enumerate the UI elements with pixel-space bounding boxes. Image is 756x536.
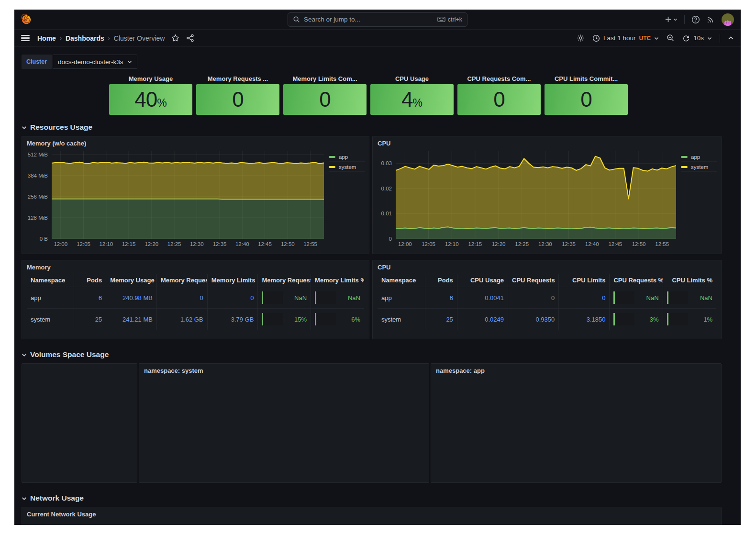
- collapse-toolbar-icon[interactable]: [728, 35, 734, 41]
- gauge-bar: [262, 313, 283, 325]
- gauge-value: NaN: [283, 294, 307, 302]
- help-icon[interactable]: [691, 15, 700, 24]
- legend-series-label: system: [691, 164, 708, 170]
- column-header[interactable]: Pods: [425, 274, 457, 287]
- grafana-logo[interactable]: [21, 14, 32, 25]
- menu-icon[interactable]: [21, 35, 30, 42]
- toolbar-right: Last 1 hour UTC 10s: [577, 34, 734, 43]
- section-title: Volumes Space Usage: [30, 350, 109, 359]
- value-cell: 3.79 GB: [207, 309, 258, 330]
- share-icon[interactable]: [186, 34, 194, 42]
- y-tick-label: 128 MiB: [28, 215, 48, 221]
- plot-area[interactable]: [52, 151, 324, 239]
- column-header[interactable]: Memory Requests %: [258, 274, 311, 287]
- shortcut-label: ctrl+k: [448, 16, 462, 23]
- panel-title[interactable]: Memory: [22, 260, 369, 273]
- search-icon: [293, 16, 300, 23]
- panel-title[interactable]: Memory (w/o cache): [22, 136, 369, 149]
- timezone-label: UTC: [639, 35, 651, 42]
- breadcrumb-home[interactable]: Home: [37, 34, 56, 42]
- stat-panels-row: Memory Usage 40% Memory Requests ... 0 M…: [109, 75, 722, 115]
- legend-item-system[interactable]: system: [681, 163, 717, 172]
- namespace-cell: app: [27, 287, 74, 309]
- breadcrumb-dashboards[interactable]: Dashboards: [66, 34, 104, 42]
- gauge-bar: [315, 291, 336, 304]
- x-tick-label: 12:30: [190, 241, 204, 247]
- column-header[interactable]: Memory Usage: [106, 274, 157, 287]
- stat-title[interactable]: Memory Usage: [109, 75, 192, 83]
- gauge-value: 6%: [336, 316, 360, 323]
- section-network-usage[interactable]: Network Usage: [22, 492, 722, 504]
- gauge-bar: [262, 291, 283, 304]
- stat-title[interactable]: CPU Requests Com...: [457, 75, 541, 83]
- panel-title[interactable]: CPU: [373, 260, 721, 273]
- stat-value: 4: [401, 88, 412, 112]
- x-tick-label: 12:10: [445, 241, 459, 247]
- refresh-interval-label: 10s: [693, 34, 704, 42]
- namespace-cell: system: [378, 309, 425, 330]
- y-tick-label: 0: [389, 236, 392, 242]
- chart-legend: appsystem: [324, 151, 365, 249]
- gauge-value: NaN: [634, 294, 658, 302]
- column-header[interactable]: Memory Limits %: [311, 274, 364, 287]
- stat-title[interactable]: Memory Limits Com...: [283, 75, 367, 83]
- chevron-down-icon: [654, 36, 659, 41]
- x-tick-label: 12:15: [122, 241, 136, 247]
- legend-item-system[interactable]: system: [329, 163, 365, 172]
- legend-series-swatch: [681, 156, 688, 158]
- column-header[interactable]: Memory Limits: [207, 274, 258, 287]
- x-tick-label: 12:15: [468, 241, 482, 247]
- column-header[interactable]: CPU Requests: [508, 274, 559, 287]
- gauge-bar: [667, 291, 688, 304]
- clock-icon: [592, 34, 600, 42]
- x-tick-label: 12:45: [258, 241, 272, 247]
- stat-value-box: 0: [283, 84, 367, 115]
- y-tick-label: 384 MiB: [28, 173, 48, 179]
- memory-table-panel: Memory NamespacePodsMemory UsageMemory R…: [22, 260, 369, 339]
- search-input[interactable]: Search or jump to... ctrl+k: [288, 12, 467, 27]
- column-header[interactable]: Namespace: [27, 274, 74, 287]
- stat-title[interactable]: CPU Usage: [370, 75, 454, 83]
- cluster-variable-dropdown[interactable]: docs-demo-cluster-k3s: [53, 55, 137, 69]
- breadcrumb-separator: ›: [108, 35, 110, 42]
- column-header[interactable]: Pods: [74, 274, 106, 287]
- panel-title[interactable]: namespace: app: [431, 364, 721, 376]
- news-rss-icon[interactable]: [707, 15, 715, 23]
- legend-series-label: app: [339, 154, 348, 160]
- zoom-out-icon[interactable]: [667, 34, 675, 42]
- panel-title[interactable]: namespace: system: [139, 364, 429, 376]
- column-header[interactable]: CPU Usage: [457, 274, 508, 287]
- dashboard-body: Cluster docs-demo-cluster-k3s Memory Usa…: [14, 47, 741, 525]
- column-header[interactable]: Memory Requests: [156, 274, 207, 287]
- column-header[interactable]: Namespace: [378, 274, 425, 287]
- legend-item-app[interactable]: app: [329, 153, 365, 162]
- gauge-value: NaN: [336, 294, 360, 302]
- stat-suffix: %: [157, 97, 167, 110]
- column-header[interactable]: CPU Requests %: [610, 274, 663, 287]
- user-avatar[interactable]: [722, 13, 734, 26]
- stat-value-box: 0: [545, 84, 628, 115]
- section-volumes-space-usage[interactable]: Volumes Space Usage: [22, 349, 722, 360]
- section-resources-usage[interactable]: Resources Usage: [22, 122, 722, 133]
- column-header[interactable]: CPU Limits: [559, 274, 610, 287]
- panel-title[interactable]: CPU: [373, 136, 721, 149]
- column-header[interactable]: CPU Limits %: [663, 274, 716, 287]
- refresh-picker[interactable]: 10s: [682, 34, 712, 42]
- add-new-button[interactable]: [665, 16, 678, 23]
- panel-title[interactable]: Current Network Usage: [22, 507, 721, 520]
- stat-title[interactable]: Memory Requests ...: [196, 75, 279, 83]
- plot-area[interactable]: [396, 151, 676, 239]
- dashboard-settings-icon[interactable]: [577, 34, 585, 42]
- legend-series-swatch: [681, 166, 688, 168]
- y-axis-labels: 0 B128 MiB256 MiB384 MiB512 MiB: [26, 151, 52, 239]
- time-range-picker[interactable]: Last 1 hour UTC: [592, 34, 659, 42]
- breadcrumb-current[interactable]: Cluster Overview: [114, 34, 165, 42]
- table-row: app6240.98 MB00NaNNaN: [27, 287, 364, 309]
- stat-title[interactable]: CPU Limits Commit...: [545, 75, 628, 83]
- star-icon[interactable]: [171, 34, 179, 42]
- stat-value: 0: [493, 88, 504, 112]
- divider: [684, 15, 685, 24]
- legend-item-app[interactable]: app: [681, 153, 717, 162]
- breadcrumb: Home › Dashboards › Cluster Overview: [37, 34, 165, 42]
- value-cell: 1.62 GB: [156, 309, 207, 330]
